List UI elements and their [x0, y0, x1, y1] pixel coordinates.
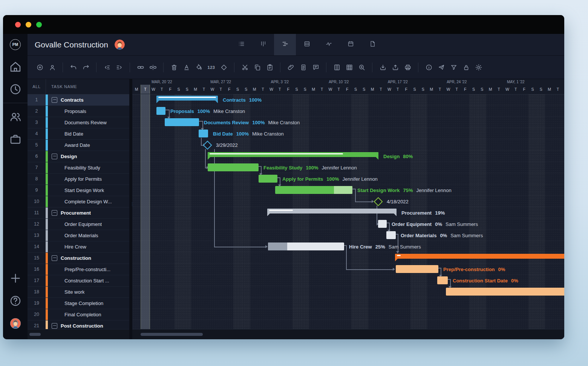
table-row[interactable]: 18Site work — [28, 287, 129, 298]
day-cell: F — [520, 85, 528, 94]
summary-bar-construction[interactable] — [395, 254, 564, 259]
indent-button[interactable] — [113, 61, 126, 73]
column-header-task-name[interactable]: TASK NAME — [46, 79, 129, 94]
comments-button[interactable] — [309, 61, 322, 73]
tab-calendar-view[interactable] — [340, 34, 361, 55]
sidebar-item-help[interactable] — [9, 294, 22, 308]
tab-activity-view[interactable] — [318, 34, 340, 55]
add-task-button[interactable] — [34, 61, 46, 73]
task-bar-start-design-work[interactable] — [275, 186, 352, 194]
zoom-window-button[interactable] — [36, 22, 42, 27]
link-tasks-button[interactable] — [134, 61, 147, 73]
collapse-icon[interactable] — [52, 97, 57, 103]
table-row[interactable]: 9Start Design Work — [28, 185, 129, 196]
attach-file-button[interactable] — [285, 61, 297, 73]
table-row[interactable]: 7Feasibility Study — [28, 162, 129, 174]
task-bar-bid-date[interactable] — [199, 130, 208, 137]
app-logo-cell[interactable]: PM — [3, 34, 28, 55]
project-owner-avatar[interactable] — [115, 40, 125, 50]
task-bar-order-materials[interactable] — [386, 231, 396, 239]
text-color-button[interactable] — [180, 61, 193, 73]
minimize-window-button[interactable] — [26, 22, 31, 27]
task-bar-order-equipment[interactable] — [378, 220, 387, 228]
table-row[interactable]: 5Award Date — [28, 140, 129, 151]
tab-list-view[interactable] — [230, 34, 252, 55]
task-bar-proposals[interactable] — [156, 107, 165, 115]
table-row[interactable]: 2Proposals — [28, 106, 129, 117]
task-bar-prep-pre-construction[interactable] — [396, 265, 438, 273]
table-row[interactable]: 14Hire Crew — [28, 241, 129, 253]
collapse-icon[interactable] — [52, 255, 57, 261]
number-format-button[interactable]: 123 — [205, 61, 217, 73]
table-row[interactable]: 20Final Completion — [28, 309, 129, 320]
redo-button[interactable] — [80, 61, 92, 73]
table-grid-button[interactable] — [343, 61, 355, 73]
task-bar-apply-for-permits[interactable] — [259, 175, 277, 183]
table-row[interactable]: 10Complete Design W... — [28, 196, 129, 207]
task-bar-construction-start-date[interactable] — [437, 276, 448, 284]
table-row[interactable]: 4Bid Date — [28, 128, 129, 140]
table-row[interactable]: 1Contracts — [28, 95, 129, 106]
settings-button[interactable] — [472, 61, 485, 73]
sidebar-item-profile[interactable] — [9, 317, 22, 330]
sidebar-item-add-new[interactable] — [9, 271, 22, 285]
paste-button[interactable] — [263, 61, 276, 73]
dependency-line — [352, 189, 355, 189]
tab-doc-view[interactable] — [361, 34, 383, 55]
table-row[interactable]: 16Prep/Pre-constructi... — [28, 264, 129, 275]
outdent-button[interactable] — [101, 61, 113, 73]
fill-color-button[interactable] — [193, 61, 205, 73]
delete-task-button[interactable] — [168, 61, 180, 73]
close-window-button[interactable] — [15, 22, 21, 27]
table-row[interactable]: 17Construction Start ... — [28, 275, 129, 287]
task-bar-feasibility-study[interactable] — [208, 163, 259, 171]
table-row[interactable]: 19Stage Completion — [28, 298, 129, 309]
add-milestone-button[interactable] — [217, 61, 230, 73]
tab-board-view[interactable] — [252, 34, 274, 55]
table-row[interactable]: 15Construction — [28, 253, 129, 264]
gantt-hscroll-thumb[interactable] — [141, 333, 203, 336]
tab-gantt-view[interactable] — [274, 34, 296, 55]
export-button[interactable] — [389, 61, 401, 73]
summary-bar-contracts[interactable] — [156, 96, 218, 101]
lock-columns-button[interactable] — [460, 61, 472, 73]
sidebar-item-portfolio[interactable] — [9, 133, 22, 146]
task-notes-button[interactable] — [297, 61, 309, 73]
milestone-diamond[interactable] — [203, 140, 212, 149]
summary-bar-procurement[interactable] — [267, 209, 397, 214]
share-button[interactable] — [435, 61, 447, 73]
collapse-icon[interactable] — [52, 323, 57, 329]
print-button[interactable] — [401, 61, 414, 73]
table-row[interactable]: 12Order Equipment — [28, 219, 129, 230]
unlink-tasks-button[interactable] — [147, 61, 159, 73]
copy-button[interactable] — [251, 61, 263, 73]
task-list-hscroll-thumb[interactable] — [29, 333, 41, 336]
task-bar-documents-review[interactable] — [165, 118, 199, 126]
table-row[interactable]: 21Post Construction — [28, 320, 129, 329]
column-header-all[interactable]: ALL — [28, 84, 46, 89]
table-row[interactable]: 11Procurement — [28, 207, 129, 219]
collapse-icon[interactable] — [52, 210, 57, 216]
cut-button[interactable] — [239, 61, 251, 73]
undo-button[interactable] — [67, 61, 80, 73]
summary-bar-design[interactable] — [208, 152, 378, 157]
task-bar-site-work[interactable] — [446, 288, 564, 296]
assign-people-button[interactable] — [46, 61, 58, 73]
toggle-columns-button[interactable] — [331, 61, 343, 73]
collapse-icon[interactable] — [52, 154, 57, 159]
filter-button[interactable] — [447, 61, 460, 73]
milestone-diamond[interactable] — [374, 197, 383, 206]
table-row[interactable]: 6Design — [28, 151, 129, 162]
sidebar-item-recent[interactable] — [9, 82, 22, 96]
import-button[interactable] — [377, 61, 389, 73]
table-row[interactable]: 3Documents Review — [28, 117, 129, 128]
panel-splitter[interactable]: ⋮ — [129, 79, 132, 339]
sidebar-item-home[interactable] — [9, 60, 22, 73]
info-button[interactable] — [423, 61, 435, 73]
task-bar-hire-crew[interactable] — [268, 242, 344, 250]
tab-sheet-view[interactable] — [296, 34, 318, 55]
table-row[interactable]: 8Apply for Permits — [28, 174, 129, 185]
sidebar-item-team[interactable] — [9, 110, 22, 124]
table-row[interactable]: 13Order Materials — [28, 230, 129, 241]
zoom-timeline-button[interactable] — [355, 61, 368, 73]
